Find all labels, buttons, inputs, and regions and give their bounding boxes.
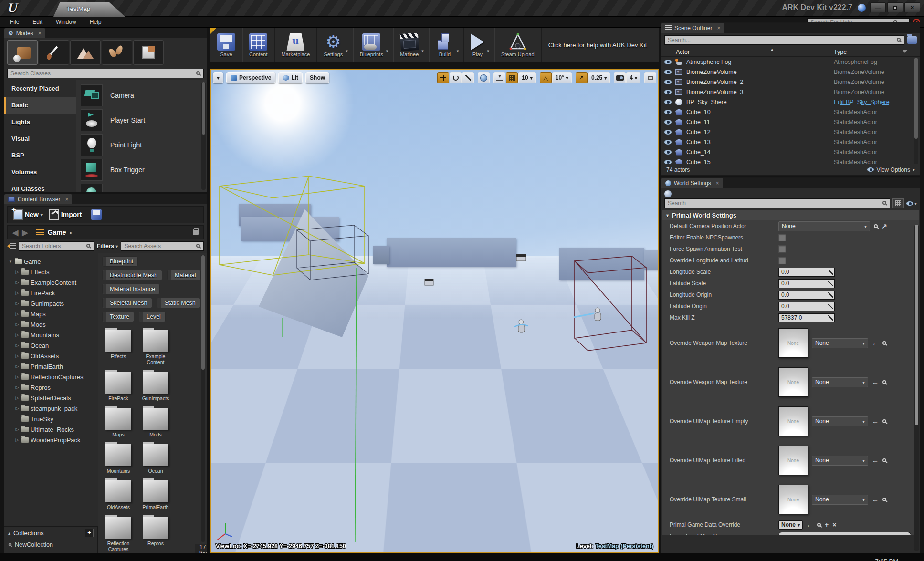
number-input[interactable]: 0.0 [778,279,835,288]
filter-icon[interactable] [903,50,907,53]
browse-icon[interactable] [882,458,886,462]
scrollbar[interactable] [914,58,918,166]
build-button[interactable]: Build [434,31,456,58]
grid-snap-value[interactable]: 10▾ [518,72,536,83]
filter-chip-material-instance[interactable]: Material Instance [102,284,160,294]
lit-mode-button[interactable]: Lit [278,72,303,83]
tree-item-mods[interactable]: ▷Mods [8,319,98,330]
visibility-eye-icon[interactable] [664,120,672,125]
web-icon[interactable] [858,4,866,12]
tree-item-oldassets[interactable]: ▷OldAssets [8,351,98,361]
table-row-cube-12[interactable]: Cube_12StaticMeshActor [662,127,920,137]
table-row-cube-13[interactable]: Cube_13StaticMeshActor [662,137,920,147]
filter-chip-skeletal-mesh[interactable]: Skeletal Mesh [102,298,152,308]
number-input[interactable]: 0.0 [778,302,835,311]
tree-item-woodenproppack[interactable]: ▷WoodenPropPack [8,435,98,445]
folder-tile-effects[interactable]: Effects [105,330,132,365]
reset-arrow-icon[interactable]: ← [872,378,879,386]
table-row-cube-11[interactable]: Cube_11StaticMeshActor [662,117,920,127]
dropdown-none[interactable]: None▾ [812,338,868,348]
forward-button[interactable]: ▶ [22,228,28,237]
visibility-eye-icon[interactable] [664,80,672,84]
expander-icon[interactable]: ▷ [15,343,20,348]
folder-tile-gunimpacts[interactable]: GunImpacts [142,372,169,401]
blueprints-button[interactable]: Blueprints [358,31,385,58]
section-primal-world-settings[interactable]: ▾ Primal World Settings [662,210,919,220]
expander-icon[interactable]: ▷ [15,301,20,306]
visibility-eye-icon[interactable] [664,140,672,145]
show-button[interactable]: Show [305,72,329,83]
folder-tile-repros[interactable]: Repros [142,517,169,552]
marketplace-button[interactable]: Marketplace [280,31,312,58]
expander-icon[interactable]: ▷ [15,385,20,390]
search-classes-input[interactable] [7,69,204,78]
browse-icon[interactable] [882,341,886,345]
filter-chip-material[interactable]: Material [167,270,200,280]
sidebar-item-lights[interactable]: Lights [4,114,76,130]
placeable-player-start[interactable]: Player Start [81,108,200,133]
view-options-button[interactable]: ▾ [906,201,917,206]
scale-snap-button[interactable]: ↗ [576,72,588,83]
edit-blueprint-link[interactable]: Edit BP_Sky_Sphere [834,99,920,105]
mode-tab-geometry[interactable] [133,40,164,65]
placeable-sphere-trigger[interactable]: Sphere Trigger [81,182,200,192]
sources-toggle-icon[interactable] [7,243,16,249]
perspective-button[interactable]: Perspective [226,72,275,83]
filter-chip-level[interactable]: Level [139,312,166,322]
placeable-camera[interactable]: Camera [81,83,200,108]
path-picker-icon[interactable] [36,229,44,235]
checkbox[interactable] [778,234,786,241]
collapse-icon[interactable]: ▴ [8,530,10,536]
outliner-search-input[interactable] [664,35,904,45]
expander-icon[interactable]: ▷ [15,406,20,411]
visibility-eye-icon[interactable] [664,100,672,104]
visibility-eye-icon[interactable] [664,90,672,94]
back-button[interactable]: ◀ [12,228,18,237]
visibility-eye-icon[interactable] [664,150,672,155]
filter-chip-static-mesh[interactable]: Static Mesh [157,298,200,308]
minimize-button[interactable]: — [870,2,886,12]
tree-item-effects[interactable]: ▷Effects [8,267,98,277]
folder-tile-mods[interactable]: Mods [142,408,169,437]
view-options-button[interactable]: View Options ▾ [867,166,915,173]
play-button[interactable]: Play [469,31,486,58]
property-matrix-button[interactable] [892,198,904,208]
dropdown-none[interactable]: None▾ [778,221,870,231]
dropdown-none[interactable]: None▾ [778,520,803,530]
scrollbar[interactable] [201,255,205,542]
force-load-map-name-input[interactable] [778,532,911,535]
rotation-snap-button[interactable]: △ [540,72,552,83]
move-tool-button[interactable] [437,72,449,83]
expander-icon[interactable]: ▷ [15,312,20,316]
sidebar-item-recently-placed[interactable]: Recently Placed [4,80,76,97]
rotate-tool-button[interactable] [450,72,462,83]
add-collection-button[interactable]: + [85,529,94,537]
texture-thumbnail[interactable]: None [778,367,808,397]
expander-icon[interactable]: ▷ [15,437,20,442]
breadcrumb-arrow-icon[interactable]: ▸ [70,230,73,235]
expander-icon[interactable]: ▷ [15,395,20,400]
matinee-button[interactable]: Matinee [398,31,420,58]
close-button[interactable]: × [904,2,920,12]
sidebar-item-basic[interactable]: Basic [4,97,76,114]
tab-scene-outliner[interactable]: Scene Outliner × [662,23,724,33]
texture-thumbnail[interactable]: None [778,328,808,358]
settings-button[interactable]: ⚙Settings [322,31,345,58]
grid-snap-button[interactable] [506,72,518,83]
folder-tile-firepack[interactable]: FirePack [105,372,132,401]
ark-help-text[interactable]: Click here for help with ARK Dev Kit [548,42,647,49]
column-actor[interactable]: Actor [662,49,834,55]
filter-chip-blueprint[interactable]: Blueprint [102,256,138,267]
tree-item-firepack[interactable]: ▷FirePack [8,288,98,298]
dropdown-none[interactable]: None▾ [812,416,868,426]
tree-item-primalearth[interactable]: ▷PrimalEarth [8,361,98,372]
tree-item-ultimate-rocks[interactable]: ▷Ultimate_Rocks [8,424,98,435]
spinner-icon[interactable] [828,281,833,286]
texture-thumbnail[interactable]: None [778,406,808,436]
browse-icon[interactable] [882,419,886,423]
close-icon[interactable]: × [65,196,68,203]
visibility-eye-icon[interactable] [664,130,672,135]
menu-window[interactable]: Window [50,17,83,27]
menu-edit[interactable]: Edit [26,17,49,27]
expander-icon[interactable]: ▷ [15,270,20,274]
